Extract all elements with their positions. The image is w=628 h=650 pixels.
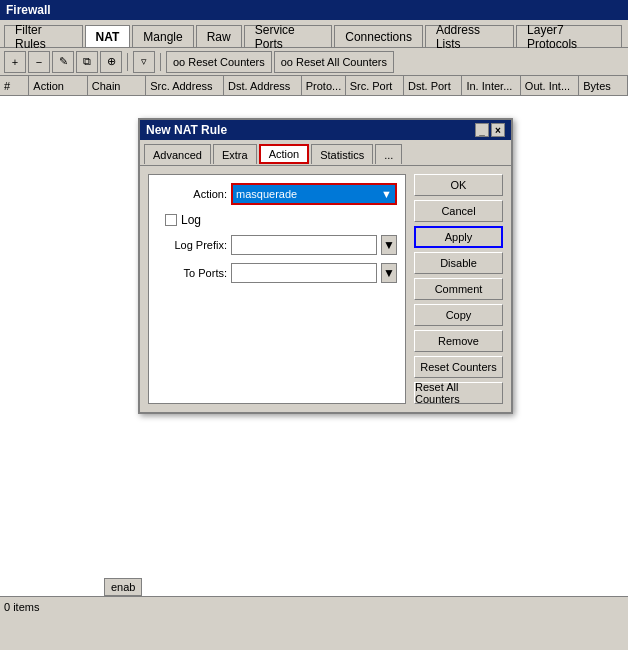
- action-select[interactable]: masquerade ▼: [231, 183, 397, 205]
- main-window: Firewall Filter Rules NAT Mangle Raw Ser…: [0, 0, 628, 650]
- add-icon: +: [12, 56, 18, 68]
- dialog-tab-action[interactable]: Action: [259, 144, 310, 164]
- action-label: Action:: [157, 188, 227, 200]
- column-headers: # Action Chain Src. Address Dst. Address…: [0, 76, 628, 96]
- remove-toolbar-button[interactable]: −: [28, 51, 50, 73]
- to-ports-label: To Ports:: [157, 267, 227, 279]
- filter-icon: ▿: [141, 55, 147, 68]
- new-nat-rule-dialog: New NAT Rule _ × Advanced Extra Action: [138, 118, 513, 414]
- reset-counters-button[interactable]: Reset Counters: [414, 356, 503, 378]
- log-row: Log: [157, 213, 397, 227]
- tab-address-lists[interactable]: Address Lists: [425, 25, 514, 47]
- dialog-tab-extra[interactable]: Extra: [213, 144, 257, 164]
- copy-button[interactable]: Copy: [414, 304, 503, 326]
- col-chain: Chain: [88, 76, 146, 95]
- dialog-minimize-button[interactable]: _: [475, 123, 489, 137]
- tab-mangle[interactable]: Mangle: [132, 25, 193, 47]
- dialog-tab-more[interactable]: ...: [375, 144, 402, 164]
- log-label: Log: [181, 213, 201, 227]
- cancel-button[interactable]: Cancel: [414, 200, 503, 222]
- minimize-icon: _: [479, 125, 485, 136]
- remove-label: Remove: [438, 335, 479, 347]
- ok-button[interactable]: OK: [414, 174, 503, 196]
- log-prefix-dropdown-icon[interactable]: ▼: [381, 235, 397, 255]
- title-bar: Firewall: [0, 0, 628, 20]
- minus-icon: −: [36, 56, 42, 68]
- edit-button[interactable]: ✎: [52, 51, 74, 73]
- dialog-title-text: New NAT Rule: [146, 123, 227, 137]
- tab-connections[interactable]: Connections: [334, 25, 423, 47]
- col-src-addr: Src. Address: [146, 76, 224, 95]
- ok-label: OK: [451, 179, 467, 191]
- log-prefix-label: Log Prefix:: [157, 239, 227, 251]
- separator-2: [160, 53, 161, 71]
- apply-button[interactable]: Apply: [414, 226, 503, 248]
- dropdown-arrow-icon: ▼: [381, 188, 392, 200]
- dialog-title-bar: New NAT Rule _ ×: [140, 120, 511, 140]
- dialog-close-button[interactable]: ×: [491, 123, 505, 137]
- tab-service-ports[interactable]: Service Ports: [244, 25, 333, 47]
- enable-text[interactable]: enab: [104, 578, 142, 596]
- dialog-tab-more-label: ...: [384, 149, 393, 161]
- col-proto: Proto...: [302, 76, 346, 95]
- reset-all-counters-label: Reset All Counters: [296, 56, 387, 68]
- tab-address-lists-label: Address Lists: [436, 23, 503, 51]
- paste-button[interactable]: ⊕: [100, 51, 122, 73]
- disable-button[interactable]: Disable: [414, 252, 503, 274]
- reset-all-counters-button[interactable]: Reset All Counters: [414, 382, 503, 404]
- dialog-tab-extra-label: Extra: [222, 149, 248, 161]
- tab-nat[interactable]: NAT: [85, 25, 131, 47]
- dialog-form: Action: masquerade ▼ Log Log Prefix: ▼: [148, 174, 406, 404]
- dialog-tab-action-label: Action: [269, 148, 300, 160]
- dialog-body: Action: masquerade ▼ Log Log Prefix: ▼: [140, 166, 511, 412]
- col-action: Action: [29, 76, 87, 95]
- tab-raw[interactable]: Raw: [196, 25, 242, 47]
- col-out-iface: Out. Int...: [521, 76, 579, 95]
- dialog-buttons: OK Cancel Apply Disable Comment Copy: [414, 174, 503, 404]
- reset-counters-label: Reset Counters: [420, 361, 496, 373]
- log-prefix-row: Log Prefix: ▼: [157, 235, 397, 255]
- col-in-iface: In. Inter...: [462, 76, 520, 95]
- dialog-tab-advanced[interactable]: Advanced: [144, 144, 211, 164]
- filter-button[interactable]: ▿: [133, 51, 155, 73]
- status-bar: 0 items: [0, 596, 628, 616]
- reset-all-counters-toolbar-button[interactable]: oo Reset All Counters: [274, 51, 394, 73]
- action-value: masquerade: [236, 188, 297, 200]
- to-ports-dropdown-icon[interactable]: ▼: [381, 263, 397, 283]
- dialog-tab-statistics-label: Statistics: [320, 149, 364, 161]
- reset-all-counters-label: Reset All Counters: [415, 381, 502, 405]
- copy-toolbar-button[interactable]: ⧉: [76, 51, 98, 73]
- log-checkbox[interactable]: [165, 214, 177, 226]
- dialog-tab-statistics[interactable]: Statistics: [311, 144, 373, 164]
- tab-layer7-protocols-label: Layer7 Protocols: [527, 23, 611, 51]
- log-prefix-input[interactable]: [231, 235, 377, 255]
- tab-mangle-label: Mangle: [143, 30, 182, 44]
- oo-label-1: oo: [173, 56, 185, 68]
- add-button[interactable]: +: [4, 51, 26, 73]
- toolbar: + − ✎ ⧉ ⊕ ▿ oo Reset Counters oo Reset A…: [0, 48, 628, 76]
- separator-1: [127, 53, 128, 71]
- tab-filter-rules-label: Filter Rules: [15, 23, 72, 51]
- to-ports-input[interactable]: [231, 263, 377, 283]
- paste-icon: ⊕: [107, 55, 116, 68]
- edit-icon: ✎: [59, 55, 68, 68]
- apply-label: Apply: [445, 231, 473, 243]
- dialog-tab-bar: Advanced Extra Action Statistics ...: [140, 140, 511, 166]
- disable-label: Disable: [440, 257, 477, 269]
- tab-service-ports-label: Service Ports: [255, 23, 322, 51]
- comment-label: Comment: [435, 283, 483, 295]
- tab-connections-label: Connections: [345, 30, 412, 44]
- comment-button[interactable]: Comment: [414, 278, 503, 300]
- tab-bar: Filter Rules NAT Mangle Raw Service Port…: [0, 20, 628, 48]
- tab-nat-label: NAT: [96, 30, 120, 44]
- remove-button[interactable]: Remove: [414, 330, 503, 352]
- oo-label-2: oo: [281, 56, 293, 68]
- tab-layer7-protocols[interactable]: Layer7 Protocols: [516, 25, 622, 47]
- tab-filter-rules[interactable]: Filter Rules: [4, 25, 83, 47]
- main-title: Firewall: [6, 3, 51, 17]
- to-ports-row: To Ports: ▼: [157, 263, 397, 283]
- col-src-port: Src. Port: [346, 76, 404, 95]
- reset-counters-toolbar-button[interactable]: oo Reset Counters: [166, 51, 272, 73]
- item-count: 0 items: [4, 601, 39, 613]
- col-bytes: Bytes: [579, 76, 628, 95]
